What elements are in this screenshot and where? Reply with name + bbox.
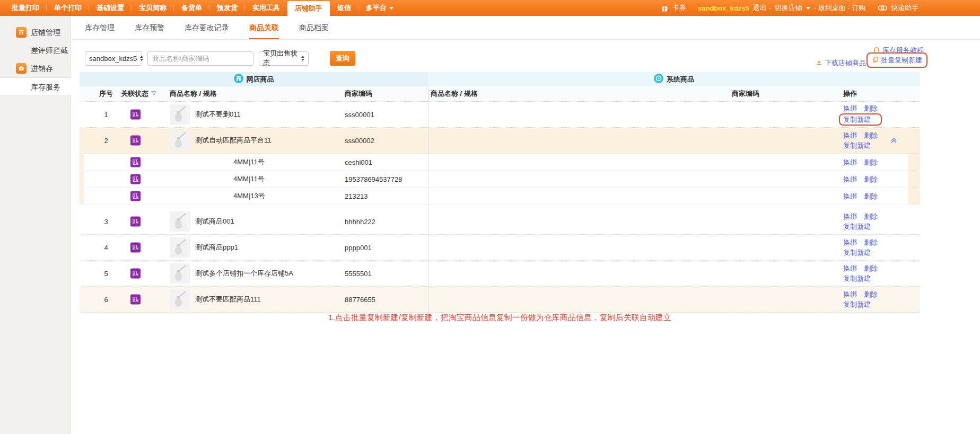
action-link-delete[interactable]: 删除	[864, 238, 878, 246]
table-row: 2匹测试自动匹配商品平台11sss00002换绑删除复制新建	[80, 128, 920, 154]
action-link-delete[interactable]: 删除	[864, 158, 878, 166]
topbar-menu-item[interactable]: 预发货	[209, 0, 245, 16]
row-actions: 换绑删除复制新建	[843, 289, 885, 309]
action-link-rebind[interactable]: 换绑	[843, 158, 857, 166]
select-spinner-icon	[140, 56, 143, 61]
filter-funnel-icon[interactable]	[151, 90, 157, 98]
action-link-rebind[interactable]: 换绑	[843, 212, 857, 220]
status-select-value: 宝贝出售状态	[263, 49, 298, 68]
column-header-status[interactable]: 关联状态	[121, 89, 157, 99]
coupon-link[interactable]: 卡券	[672, 3, 686, 13]
topbar-menu-item[interactable]: 短信	[330, 0, 358, 16]
column-header-sys-code: 商家编码	[732, 89, 759, 99]
shop-select[interactable]: sandbox_kdzs5	[85, 51, 142, 66]
chevron-down-icon	[806, 7, 810, 10]
table-column-header-row: 序号 关联状态 商品名称 / 规格 商家编码 商品名称 / 规格 商家编码 操作	[80, 86, 920, 102]
action-link-copy[interactable]: 复制新建	[843, 249, 871, 256]
action-link-delete[interactable]: 删除	[864, 175, 878, 183]
row-actions-line: 复制新建	[843, 113, 885, 126]
topbar-menu-item[interactable]: 多平台	[358, 0, 401, 16]
product-thumbnail	[170, 289, 190, 309]
filter-bar: sandbox_kdzs5 宝贝出售状态 查询	[85, 51, 355, 66]
column-header-name: 商品名称 / 规格	[170, 89, 217, 99]
status-cell: 匹	[130, 157, 141, 167]
batch-copy-label: 批量复制新建	[881, 56, 922, 65]
search-input[interactable]	[147, 51, 253, 66]
table-row: 5匹测试多个店铺扣一个库存店铺5A5555501换绑删除复制新建	[80, 261, 920, 287]
tab[interactable]: 库存管理	[85, 23, 115, 39]
topbar-menu-item[interactable]: 备货单	[174, 0, 209, 16]
batch-copy-button[interactable]: 批量复制新建	[867, 52, 928, 68]
action-link-copy[interactable]: 复制新建	[843, 300, 871, 308]
sidebar-item[interactable]: 店铺管理	[0, 23, 70, 41]
action-link-copy[interactable]: 复制新建	[843, 274, 871, 282]
topbar-menu-item[interactable]: 店铺助手	[287, 1, 330, 16]
sidebar-item-label: 库存服务	[31, 83, 60, 91]
action-link-rebind[interactable]: 换绑	[843, 192, 857, 200]
topbar-menu-item-label: 实用工具	[252, 0, 280, 16]
row-actions-line: 换绑删除	[843, 289, 885, 299]
topbar-menu-item[interactable]: 宝贝简称	[132, 0, 174, 16]
match-status-badge: 匹	[130, 110, 141, 120]
tab[interactable]: 库存更改记录	[185, 23, 229, 39]
action-link-rebind[interactable]: 换绑	[843, 264, 857, 272]
match-status-badge: 匹	[130, 136, 141, 146]
group-header-system-label: 系统商品	[667, 75, 694, 84]
tab[interactable]: 商品档案	[299, 23, 329, 39]
topbar-menu-item[interactable]: 单个打印	[47, 0, 89, 16]
topbar-menu-item[interactable]: 实用工具	[245, 0, 287, 16]
download-icon	[816, 58, 822, 68]
sidebar-item[interactable]: 进销存	[0, 59, 70, 77]
product-thumbnail	[170, 237, 190, 258]
action-link-rebind[interactable]: 换绑	[843, 175, 857, 183]
product-name: 测试自动匹配商品平台11	[195, 136, 272, 145]
row-number: 5	[95, 270, 117, 278]
row-number: 6	[95, 296, 117, 304]
topbar-menu-item[interactable]: 批量打印	[4, 0, 47, 16]
desktop-order-links[interactable]: - 放到桌面 - 订购	[814, 3, 866, 13]
row-actions-line: 复制新建	[843, 222, 885, 232]
action-link-rebind[interactable]: 换绑	[843, 131, 857, 139]
row-actions: 换绑删除	[843, 157, 885, 167]
sidebar-item[interactable]: 库存服务	[0, 77, 71, 95]
action-link-copy[interactable]: 复制新建	[843, 223, 871, 231]
action-link-delete[interactable]: 删除	[864, 192, 878, 200]
action-link-delete[interactable]: 删除	[864, 264, 878, 272]
table-row: 6匹测试不要匹配商品11188776655换绑删除复制新建	[80, 287, 920, 313]
action-link-rebind[interactable]: 换绑	[843, 238, 857, 246]
action-link-rebind[interactable]: 换绑	[843, 290, 857, 298]
action-link-rebind[interactable]: 换绑	[843, 104, 857, 112]
action-link-delete[interactable]: 删除	[864, 131, 878, 139]
sku-spec: 4MM|13号	[233, 191, 265, 201]
status-cell: 匹	[130, 243, 141, 253]
username: sandbox_kdzs5	[698, 4, 749, 12]
sidebar-item[interactable]: 差评师拦截	[0, 41, 70, 59]
topbar-menu-item[interactable]: 基础设置	[89, 0, 132, 16]
collapse-icon[interactable]	[890, 137, 898, 145]
product-name: 测试商品ppp1	[195, 243, 238, 252]
group-header-system: 系统商品	[428, 72, 920, 86]
action-link-copy[interactable]: 复制新建	[843, 141, 871, 149]
action-link-delete[interactable]: 删除	[864, 290, 878, 298]
row-actions-line: 换绑删除	[843, 237, 885, 247]
action-link-delete[interactable]: 删除	[864, 104, 878, 112]
express-app-link[interactable]: 快递助手	[891, 3, 918, 13]
table-group-header: 网店商品 系统商品	[80, 72, 920, 86]
match-status-badge: 匹	[130, 243, 141, 253]
row-actions: 换绑删除	[843, 191, 885, 201]
tab[interactable]: 商品关联	[249, 23, 279, 39]
download-products-link[interactable]: 下载店铺商品	[825, 58, 866, 68]
switch-shop-link[interactable]: 切换店铺	[775, 3, 802, 13]
action-link-delete[interactable]: 删除	[864, 212, 878, 220]
search-button[interactable]: 查询	[330, 51, 355, 66]
tab[interactable]: 库存预警	[135, 23, 164, 39]
logout-link[interactable]: 退出 -	[753, 3, 771, 13]
copy-icon	[872, 56, 879, 65]
status-select[interactable]: 宝贝出售状态	[259, 51, 309, 66]
action-link-copy[interactable]: 复制新建	[843, 116, 871, 123]
sku-sub-row: 匹4MM|11号ceshi001换绑删除	[80, 154, 920, 171]
merchant-code: pppp001	[345, 244, 372, 252]
sidebar: 店铺管理差评师拦截进销存库存服务	[0, 16, 71, 434]
gift-icon	[661, 4, 669, 12]
row-actions-line: 复制新建	[843, 140, 885, 150]
